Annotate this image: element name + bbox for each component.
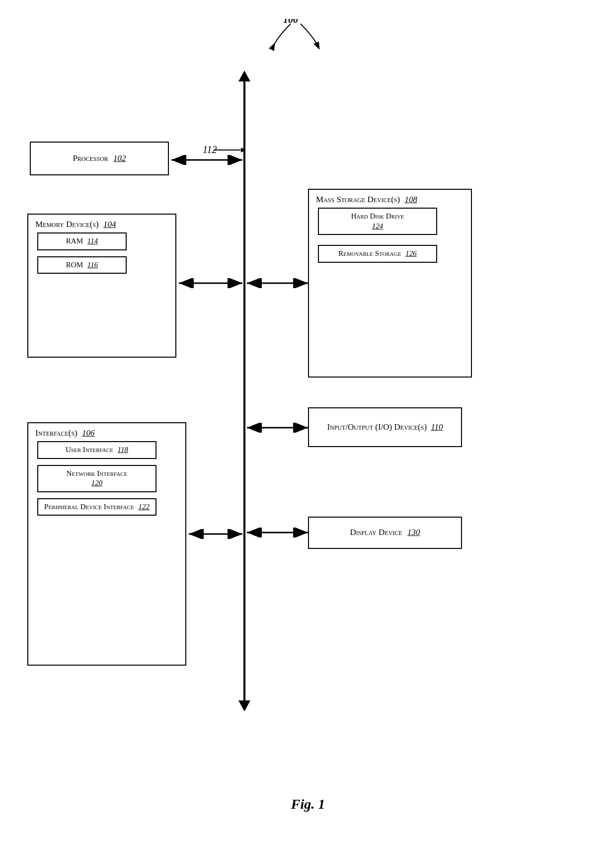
peripheral-interface-box: Peripheral Device Interface 122 bbox=[37, 498, 156, 516]
removable-storage-box: Removable Storage 126 bbox=[318, 245, 437, 263]
interfaces-connector bbox=[186, 529, 246, 539]
ref-100-arrows: 100 bbox=[263, 19, 343, 59]
mass-storage-box: Mass Storage Device(s) 108 Hard Disk Dri… bbox=[308, 189, 472, 378]
hard-disk-box: Hard Disk Drive 124 bbox=[318, 208, 437, 235]
ram-box: RAM 114 bbox=[37, 232, 127, 250]
fig-label: Fig. 1 bbox=[291, 796, 325, 812]
mass-storage-connector bbox=[244, 278, 311, 288]
bus-arrow-bottom bbox=[238, 700, 250, 711]
io-devices-box: Input/Output (I/O) Device(s) 110 bbox=[308, 407, 462, 447]
svg-text:100: 100 bbox=[283, 19, 298, 25]
svg-marker-4 bbox=[241, 148, 246, 153]
processor-connector bbox=[169, 155, 246, 165]
processor-box: Processor 102 bbox=[30, 142, 169, 175]
memory-connector bbox=[176, 278, 246, 288]
network-interface-box: Network Interface 120 bbox=[37, 465, 156, 492]
memory-devices-box: Memory Device(s) 104 RAM 114 ROM 116 bbox=[27, 214, 176, 358]
interfaces-box: Interface(s) 106 User Interface 118 Netw… bbox=[27, 422, 186, 666]
bus-line bbox=[243, 77, 245, 700]
display-device-box: Display Device 130 bbox=[308, 517, 462, 549]
ref-112-arrow bbox=[214, 145, 248, 155]
display-connector bbox=[244, 528, 311, 537]
io-connector bbox=[244, 423, 311, 433]
rom-box: ROM 116 bbox=[37, 256, 127, 274]
user-interface-box: User Interface 118 bbox=[37, 441, 156, 459]
diagram: 100 112 Processor 102 Memory D bbox=[0, 0, 616, 842]
